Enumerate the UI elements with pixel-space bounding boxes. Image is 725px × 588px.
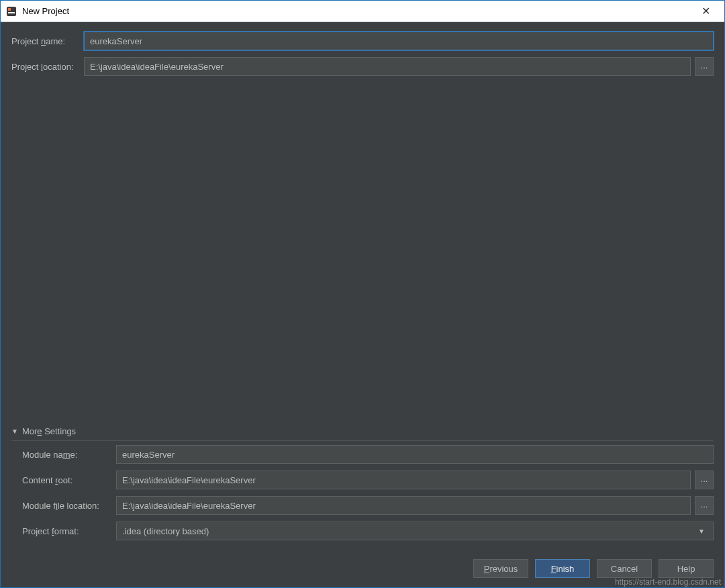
browse-location-button[interactable]: ... [695, 57, 714, 76]
more-settings-toggle[interactable]: ▼ More Settings [1, 422, 724, 440]
project-format-row: Project format: .idea (directory based) … [22, 522, 714, 540]
project-format-label: Project format: [22, 526, 116, 536]
project-format-select[interactable]: .idea (directory based) ▼ [116, 522, 714, 540]
project-location-label: Project location: [11, 62, 84, 72]
content-root-input[interactable] [116, 471, 691, 489]
content-root-row: Content root: ... [22, 471, 714, 489]
content-root-label: Content root: [22, 475, 116, 485]
project-name-row: Project name: [11, 32, 714, 50]
module-name-input[interactable] [116, 445, 714, 464]
chevron-down-icon: ▼ [11, 428, 18, 435]
module-name-row: Module name: [22, 445, 714, 464]
close-icon[interactable]: ✕ [692, 5, 719, 17]
help-button[interactable]: Help [659, 559, 714, 578]
module-file-location-input[interactable] [116, 496, 691, 515]
window-title: New Project [22, 6, 692, 16]
spacer [1, 88, 724, 422]
svg-rect-1 [8, 8, 11, 11]
browse-module-file-button[interactable]: ... [695, 496, 714, 515]
module-name-label: Module name: [22, 450, 116, 460]
more-settings-label: More Settings [22, 426, 76, 436]
dialog-content: Project name: Project location: ... ▼ Mo… [1, 22, 724, 587]
previous-button[interactable]: Previous [473, 559, 528, 578]
project-name-label: Project name: [11, 36, 84, 46]
cancel-button[interactable]: Cancel [597, 559, 652, 578]
app-icon [6, 6, 17, 17]
project-location-row: Project location: ... [11, 57, 714, 76]
module-file-location-row: Module file location: ... [22, 496, 714, 515]
finish-button[interactable]: Finish [535, 559, 590, 578]
more-settings-panel: Module name: Content root: ... Module fi… [1, 441, 724, 551]
project-name-input[interactable] [84, 32, 714, 50]
top-form: Project name: Project location: ... [1, 22, 724, 88]
watermark: https://start-end.blog.csdn.net [615, 577, 721, 587]
project-location-input[interactable] [84, 57, 691, 76]
module-file-location-label: Module file location: [22, 501, 116, 511]
svg-rect-2 [8, 12, 15, 13]
titlebar: New Project ✕ [1, 1, 724, 22]
chevron-down-icon: ▼ [698, 528, 708, 535]
project-format-value: .idea (directory based) [122, 526, 209, 536]
browse-content-root-button[interactable]: ... [695, 471, 714, 489]
